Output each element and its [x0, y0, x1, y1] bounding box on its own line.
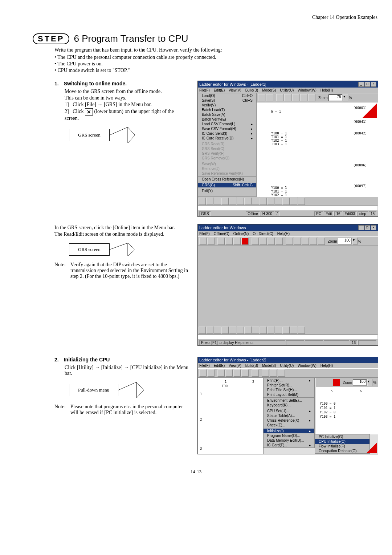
percent-label: %: [349, 96, 352, 100]
sec1b-p2: The Read/Edit screen of the online mode …: [54, 231, 189, 237]
menu-item-cpu-initialize[interactable]: CPU Initialize(C): [315, 439, 369, 444]
note-label: Note:: [54, 404, 69, 416]
sec1-p1: Move to the GRS screen from the offline …: [65, 89, 189, 94]
menu-online[interactable]: Online(N): [233, 232, 249, 236]
menu-utility[interactable]: Utility(U): [280, 364, 294, 368]
zoom-input[interactable]: 100: [353, 379, 367, 386]
menubar[interactable]: File(F) Edit(E) View(V) Build(B) Mode(S)…: [198, 363, 378, 368]
percent-label: %: [358, 239, 362, 243]
sec2-num: 2.: [54, 357, 59, 362]
sec1-l2-num: 2]: [65, 109, 69, 114]
callout-pulldown: Pull-down menu: [69, 382, 189, 398]
intro-text: Write the program that has been input, t…: [54, 47, 377, 53]
toolbar-button[interactable]: [284, 94, 291, 101]
menu-window[interactable]: Window(W): [298, 88, 317, 92]
red-toolbar-button[interactable]: [241, 238, 249, 245]
zoom-dropdown[interactable]: ▾: [352, 238, 358, 245]
file-dropdown[interactable]: Load(O)Ctrl+O Save(S)Ctrl+S Verify(V) Ba…: [198, 93, 257, 197]
menu-edit[interactable]: Edit(E): [214, 88, 225, 92]
callout-box: GRS screen: [69, 243, 110, 256]
zoom-input[interactable]: 100: [338, 238, 352, 244]
callout-box: Pull-down menu: [69, 384, 118, 396]
screenshot-1: Ladder editor for Windows - [Ladder1] _□…: [197, 81, 378, 217]
maximize-icon[interactable]: □: [364, 225, 370, 230]
menu-ondirect[interactable]: On-Direct(C): [253, 232, 273, 236]
menubar[interactable]: File(F) Offline(O) Online(N) On-Direct(C…: [198, 231, 378, 236]
note-label: Note:: [54, 262, 69, 279]
toolbar-button[interactable]: [276, 94, 283, 101]
callout-grs-2: GRS screen: [69, 243, 189, 256]
minimize-icon[interactable]: _: [358, 82, 364, 87]
initialize-submenu[interactable]: PC Initialize(G) CPU Initialize(C) Flow …: [315, 434, 370, 454]
window-title: Ladder editor for Windows: [199, 226, 246, 230]
screenshot-2: Ladder editor for Windows _□× File(F) Of…: [197, 224, 378, 346]
menu-help[interactable]: Help(H): [320, 88, 333, 92]
menu-edit[interactable]: Edit(E): [214, 364, 225, 368]
menu-build[interactable]: Build(B): [245, 364, 258, 368]
red-toolbar-button[interactable]: [333, 379, 340, 386]
sec2-title: Initializing the CPU: [64, 357, 110, 362]
svg-marker-7: [366, 442, 377, 453]
sec2-p1: Click [Utility] → [Initialize] → [CPU in…: [65, 365, 189, 376]
sec1-l2-pre: Click: [73, 109, 83, 114]
menubar[interactable]: File(F) Edit(E) View(V) Build(B) Mode(S)…: [198, 88, 378, 93]
bullet-1: The CPU and the personal computer connec…: [57, 54, 216, 60]
toolbar-button[interactable]: [308, 94, 315, 101]
chapter-header: Chapter 14 Operation Examples: [15, 15, 377, 20]
window-title: Ladder editor for Windows - [Ladder1]: [199, 82, 266, 86]
canvas-empty: [198, 246, 378, 326]
menu-item-grs[interactable]: GRS(G)Shift+Ctrl+G: [198, 183, 256, 187]
menu-item-initialize[interactable]: Initialize(I)▸: [264, 429, 314, 433]
percent-label: %: [373, 381, 376, 385]
ladder-canvas: W = 1 Y100 = 1 T101 = 1 T102 = 1 T103 = …: [257, 102, 378, 197]
svg-line-5: [136, 382, 144, 390]
menu-file[interactable]: File(F): [199, 364, 210, 368]
sec1-l1-text: Click [File] → [GRS] in the Menu bar.: [73, 102, 152, 107]
status-bar: GRS Offline H-300 / PC Edit 16 Edit03 st…: [198, 211, 378, 216]
zoom-dropdown[interactable]: ▾: [343, 94, 348, 101]
bullet-2: The CPU power is on.: [57, 61, 103, 66]
menu-offline[interactable]: Offline(O): [214, 232, 229, 236]
status-bar: Press [F1] to display Help menu. 16: [198, 340, 378, 345]
menu-mode[interactable]: Mode(S): [262, 364, 276, 368]
screenshot-3: Ladder editor for Windows - [Ladder2] Fi…: [197, 357, 378, 454]
menu-help[interactable]: Help(H): [277, 232, 290, 236]
close-icon[interactable]: ×: [371, 82, 376, 87]
page-number: 14-13: [15, 469, 377, 475]
maximize-icon[interactable]: □: [364, 82, 370, 87]
toolbar-button[interactable]: [300, 94, 307, 101]
menu-file[interactable]: File(F): [199, 232, 210, 236]
menu-window[interactable]: Window(W): [298, 364, 317, 368]
utility-dropdown[interactable]: Print(P)...▸ Printer Set(R)... Print Tit…: [263, 378, 315, 448]
step-title: 6 Program Transfer to CPU: [74, 33, 188, 44]
menu-build[interactable]: Build(B): [245, 88, 258, 92]
sec1-l1-num: 1]: [65, 102, 69, 107]
window-title: Ladder editor for Windows - [Ladder2]: [199, 358, 266, 362]
bottom-toolbar: [198, 197, 378, 206]
sec2-note: Please note that programs etc. in the pe…: [70, 404, 189, 416]
menu-help[interactable]: Help(H): [320, 364, 333, 368]
toolbar-button[interactable]: [258, 94, 265, 101]
menu-utility[interactable]: Utility(U): [280, 88, 294, 92]
svg-line-4: [128, 250, 135, 256]
menu-file[interactable]: File(F): [199, 88, 210, 92]
close-icon: ✕: [85, 108, 93, 116]
step-badge: STEP: [33, 33, 69, 44]
svg-marker-2: [363, 103, 377, 118]
menu-mode[interactable]: Mode(S): [262, 88, 276, 92]
zoom-label: Zoom: [318, 96, 328, 100]
toolbar-button[interactable]: [292, 94, 299, 101]
menu-view[interactable]: View(V): [229, 88, 241, 92]
sec1-title: Switching to online mode.: [64, 81, 127, 86]
menu-view[interactable]: View(V): [229, 364, 241, 368]
toolbar-button[interactable]: [266, 94, 273, 101]
zoom-input[interactable]: 75: [328, 94, 342, 101]
svg-line-6: [136, 390, 144, 398]
step-heading: STEP 6 Program Transfer to CPU: [33, 33, 377, 44]
sec1b-note: Verify again that the DIP switches are s…: [70, 262, 189, 279]
minimize-icon[interactable]: _: [358, 225, 364, 230]
callout-grs-1: GRS screen: [69, 127, 189, 143]
bullet-3: CPU mode switch is set to "STOP.": [57, 68, 130, 73]
svg-line-1: [128, 135, 135, 143]
close-icon[interactable]: ×: [371, 225, 376, 230]
